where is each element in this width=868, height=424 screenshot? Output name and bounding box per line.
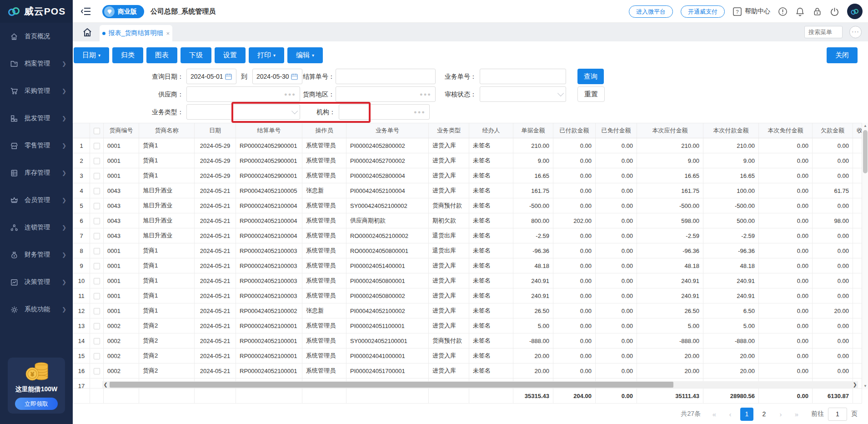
table-row[interactable]: 60043旭日升酒业2024-05-21RP000024052100004系统管… <box>73 213 862 228</box>
toolbar-button-日期[interactable]: 日期▾ <box>74 47 109 63</box>
last-page-button[interactable]: » <box>791 410 803 418</box>
row-checkbox[interactable] <box>94 218 100 224</box>
supplier-input[interactable]: ●●● <box>186 86 300 102</box>
table-row[interactable]: 30001货商12024-05-29RP000024052900001系统管理员… <box>73 168 862 183</box>
row-checkbox-cell[interactable] <box>90 228 104 243</box>
table-row[interactable]: 40043旭日升酒业2024-05-21RP000424052100005张忠新… <box>73 183 862 198</box>
date-from-input[interactable]: 2024-05-01 <box>186 69 236 84</box>
reset-button[interactable]: 重置 <box>577 86 605 102</box>
query-button[interactable]: 查询 <box>577 69 604 84</box>
sidebar-item-8[interactable]: 连锁管理❯ <box>0 214 73 241</box>
scroll-right-icon[interactable]: ❯ <box>852 382 858 388</box>
row-checkbox[interactable] <box>94 158 100 164</box>
table-row[interactable]: 110001货商12024-05-21RP000024052100003系统管理… <box>73 288 862 303</box>
row-checkbox-cell[interactable] <box>90 303 104 318</box>
row-checkbox[interactable] <box>94 233 100 239</box>
row-checkbox[interactable] <box>94 293 100 299</box>
table-row[interactable]: 10001货商12024-05-29RP000024052900001系统管理员… <box>73 138 862 153</box>
table-row[interactable]: 20001货商12024-05-29RP000024052900001系统管理员… <box>73 153 862 168</box>
biz-type-select[interactable] <box>186 104 300 120</box>
scroll-up-icon[interactable]: ▲ <box>862 123 868 129</box>
settle-no-input[interactable] <box>336 69 436 84</box>
row-checkbox-cell[interactable] <box>90 348 104 363</box>
ellipsis-picker-icon[interactable]: ●●● <box>284 91 296 97</box>
tab-report-supplier-settlement[interactable]: 报表_货商结算明细 × <box>100 25 172 41</box>
row-checkbox[interactable] <box>94 263 100 269</box>
row-checkbox[interactable] <box>94 173 100 179</box>
close-button[interactable]: 关闭 <box>827 47 858 63</box>
sidebar-item-10[interactable]: 决策管理❯ <box>0 268 73 296</box>
table-row[interactable]: 120001货商12024-05-21RP000424052100002张忠新P… <box>73 303 862 318</box>
vertical-scrollbar[interactable]: ▲ ▼ <box>862 123 868 389</box>
bell-icon[interactable] <box>795 7 805 16</box>
toolbar-button-编辑[interactable]: 编辑▾ <box>287 47 323 63</box>
lock-icon[interactable] <box>813 7 822 16</box>
sidebar-item-7[interactable]: 会员管理❯ <box>0 187 73 214</box>
sidebar-item-6[interactable]: 库存管理❯ <box>0 159 73 187</box>
promo-claim-button[interactable]: 立即领取 <box>15 398 58 410</box>
row-checkbox-cell[interactable] <box>90 168 104 183</box>
toolbar-button-打印[interactable]: 打印▾ <box>249 47 284 63</box>
open-wepay-button[interactable]: 开通威支付 <box>681 5 725 18</box>
row-checkbox-cell[interactable] <box>90 273 104 288</box>
row-checkbox[interactable] <box>94 368 100 374</box>
table-row[interactable]: 50043旭日升酒业2024-05-21RP000024052100004系统管… <box>73 198 862 213</box>
prev-page-button[interactable]: ‹ <box>724 410 736 418</box>
notice-exclamation-icon[interactable] <box>778 7 788 16</box>
power-icon[interactable] <box>830 7 839 16</box>
org-input[interactable]: ●●● <box>339 104 430 120</box>
row-checkbox[interactable] <box>94 203 100 209</box>
row-checkbox[interactable] <box>94 248 100 254</box>
sidebar-item-9[interactable]: ¥财务管理❯ <box>0 241 73 268</box>
table-row[interactable]: 90001货商12024-05-21RP000024052100003系统管理员… <box>73 258 862 273</box>
ellipsis-picker-icon[interactable]: ●●● <box>420 91 431 97</box>
row-checkbox-cell[interactable] <box>90 363 104 379</box>
row-checkbox[interactable] <box>94 323 100 329</box>
more-menu-button[interactable]: ··· <box>849 26 862 38</box>
audit-status-select[interactable] <box>480 86 566 102</box>
edition-badge[interactable]: 商业版 <box>102 5 144 18</box>
help-center-button[interactable]: ? 帮助中心 <box>733 7 770 16</box>
row-checkbox-cell[interactable] <box>90 138 104 153</box>
table-row[interactable]: 160002货商22024-05-21RP000024052100001系统管理… <box>73 363 862 379</box>
tab-close-icon[interactable]: × <box>166 30 170 37</box>
enter-micro-platform-button[interactable]: 进入微平台 <box>629 5 673 18</box>
loan-promo-card[interactable]: ¥ 这里能借100W 立即领取 <box>8 358 65 414</box>
collapse-sidebar-icon[interactable] <box>81 6 92 16</box>
row-checkbox-cell[interactable] <box>90 198 104 213</box>
user-avatar[interactable] <box>847 4 863 19</box>
biz-no-input[interactable] <box>480 69 566 84</box>
table-row[interactable]: 100001货商12024-05-21RP000024052100003系统管理… <box>73 273 862 288</box>
date-to-input[interactable]: 2024-05-30 <box>252 69 302 84</box>
scroll-left-icon[interactable]: ❮ <box>102 382 109 388</box>
scroll-down-icon[interactable]: ▼ <box>862 383 868 389</box>
sidebar-item-2[interactable]: 档案管理❯ <box>0 50 73 77</box>
home-tab-icon[interactable] <box>82 27 93 38</box>
row-checkbox-cell[interactable] <box>90 379 104 389</box>
row-checkbox[interactable] <box>94 338 100 344</box>
region-input[interactable]: ●●● <box>336 86 436 102</box>
row-checkbox[interactable] <box>94 188 100 194</box>
table-row[interactable]: 140002货商22024-05-21RP000024052100001系统管理… <box>73 333 862 348</box>
vertical-scroll-thumb[interactable] <box>863 130 868 173</box>
row-checkbox[interactable] <box>94 308 100 314</box>
ellipsis-picker-icon[interactable]: ●●● <box>414 109 426 115</box>
table-row[interactable]: 70043旭日升酒业2024-05-21RP000024052100004系统管… <box>73 228 862 243</box>
sidebar-item-3[interactable]: 采购管理❯ <box>0 77 73 105</box>
row-checkbox[interactable] <box>94 278 100 284</box>
horizontal-scrollbar[interactable]: ❮ ❯ <box>102 381 858 388</box>
sidebar-item-11[interactable]: 系统功能❯ <box>0 296 73 323</box>
row-checkbox-cell[interactable] <box>90 243 104 258</box>
next-page-button[interactable]: › <box>775 410 787 418</box>
row-checkbox[interactable] <box>94 353 100 359</box>
toolbar-button-图表[interactable]: 图表 <box>146 47 177 63</box>
table-row[interactable]: 150002货商22024-05-21RP000024052100001系统管理… <box>73 348 862 363</box>
row-checkbox-cell[interactable] <box>90 333 104 348</box>
row-checkbox[interactable] <box>94 143 100 149</box>
toolbar-button-归类[interactable]: 归类 <box>112 47 143 63</box>
table-row[interactable]: 130002货商22024-05-21RP000024052100001系统管理… <box>73 318 862 333</box>
page-button-1[interactable]: 1 <box>740 408 753 421</box>
goto-page-input[interactable] <box>828 408 847 421</box>
row-checkbox-cell[interactable] <box>90 288 104 303</box>
sidebar-item-4[interactable]: 批发管理❯ <box>0 105 73 132</box>
